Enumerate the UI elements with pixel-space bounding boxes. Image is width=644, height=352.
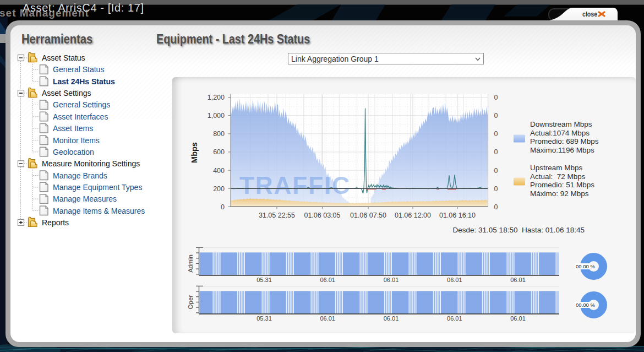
svg-text:06.01: 06.01: [447, 277, 462, 283]
svg-text:06.01: 06.01: [384, 315, 399, 322]
svg-text:00.00 %: 00.00 %: [576, 302, 595, 308]
svg-text:Oper: Oper: [187, 295, 194, 310]
svg-text:06.01: 06.01: [447, 315, 462, 322]
svg-text:06.01: 06.01: [510, 277, 526, 283]
svg-text:05.31: 05.31: [256, 277, 272, 283]
svg-text:06.01: 06.01: [320, 315, 335, 322]
svg-text:Admin: Admin: [187, 254, 194, 273]
svg-text:06.01: 06.01: [510, 315, 526, 322]
svg-text:05.31: 05.31: [256, 315, 272, 322]
svg-text:06.01: 06.01: [320, 277, 335, 283]
svg-text:06.01: 06.01: [384, 277, 399, 283]
svg-text:00.00 %: 00.00 %: [576, 263, 595, 269]
